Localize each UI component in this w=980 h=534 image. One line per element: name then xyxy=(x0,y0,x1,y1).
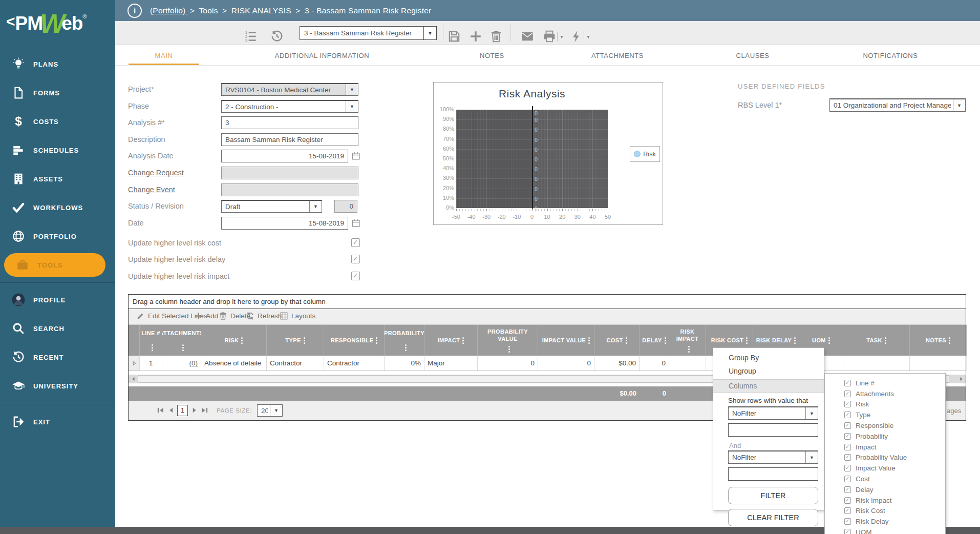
header-cell-delay[interactable]: DELAY xyxy=(640,325,669,356)
print-icon[interactable] xyxy=(543,30,556,43)
history-icon[interactable] xyxy=(270,30,284,43)
column-menu-icon[interactable] xyxy=(949,337,950,344)
header-cell-line[interactable]: LINE # xyxy=(140,325,162,356)
delete-icon[interactable] xyxy=(489,30,503,43)
column-checkbox[interactable] xyxy=(844,401,851,407)
chevron-down-icon[interactable]: ▼ xyxy=(805,451,818,463)
header-cell-task[interactable]: TASK xyxy=(843,325,910,356)
header-cell-probability[interactable]: PROBABILITY xyxy=(385,325,424,356)
actions-bolt-icon[interactable] xyxy=(570,30,583,43)
field-description-input[interactable]: Bassam Samman Risk Register xyxy=(221,133,358,146)
chevron-down-icon[interactable]: ▼ xyxy=(423,27,436,39)
info-icon[interactable]: i xyxy=(127,4,142,18)
current-page-box[interactable]: 1 xyxy=(177,405,188,416)
column-checkbox[interactable] xyxy=(844,433,851,440)
sidebar-item-tools[interactable]: TOOLS xyxy=(4,253,105,277)
header-cell-impact[interactable]: IMPACT xyxy=(424,325,478,356)
field-analysis-input[interactable]: 3 xyxy=(221,116,358,129)
columns-menu-item-risk[interactable]: Risk xyxy=(825,399,945,410)
scroll-left-icon[interactable] xyxy=(129,375,137,383)
header-cell-attachments[interactable]: ATTACHMENTS xyxy=(162,325,201,356)
scroll-right-icon[interactable] xyxy=(957,375,965,383)
menu-item-group-by[interactable]: Group By xyxy=(713,351,824,364)
column-checkbox[interactable] xyxy=(844,529,851,534)
field-change-request-input[interactable] xyxy=(221,167,358,179)
column-menu-icon[interactable] xyxy=(746,337,748,344)
sidebar-item-workflows[interactable]: WORKFLOWS xyxy=(0,196,115,219)
field-project-select[interactable]: RVS0104 - Boston Medical Center▼ xyxy=(221,83,358,96)
columns-menu-item-responsible[interactable]: Responsible xyxy=(825,420,945,431)
header-cell-risk-impact[interactable]: RISK IMPACT xyxy=(669,325,706,356)
sidebar-item-costs[interactable]: $COSTS xyxy=(0,110,115,133)
calendar-icon[interactable] xyxy=(351,218,360,228)
actions-chevron-icon[interactable]: ▼ xyxy=(584,32,592,42)
header-cell-notes[interactable]: NOTES xyxy=(910,325,967,356)
columns-menu-item-impact-value[interactable]: Impact Value xyxy=(825,463,945,474)
column-checkbox[interactable] xyxy=(844,380,851,386)
grid-toolbar-add-button[interactable]: Add xyxy=(194,312,218,320)
clear-filter-button[interactable]: CLEAR FILTER xyxy=(728,509,818,526)
sidebar-item-portfolio[interactable]: PORTFOLIO xyxy=(0,224,115,248)
tab-clauses[interactable]: CLAUSES xyxy=(736,52,770,59)
checkbox-update-higher-level-risk-delay[interactable] xyxy=(351,255,360,263)
grid-toolbar-layouts-button[interactable]: Layouts xyxy=(280,312,315,320)
header-cell-responsible[interactable]: RESPONSIBLE xyxy=(324,325,385,356)
field-revision-input[interactable]: 0 xyxy=(334,200,357,213)
column-menu-icon[interactable] xyxy=(588,337,590,344)
column-menu-icon[interactable] xyxy=(462,337,464,344)
menu-item-columns[interactable]: Columns xyxy=(713,379,824,393)
header-cell-cost[interactable]: COST xyxy=(594,325,640,356)
filter-value-1-input[interactable] xyxy=(728,423,818,437)
columns-menu-item-uom[interactable]: UOM xyxy=(825,527,945,534)
field-label-change-event[interactable]: Change Event xyxy=(128,186,230,194)
column-menu-icon[interactable] xyxy=(304,337,305,344)
column-checkbox[interactable] xyxy=(844,465,851,471)
column-menu-icon[interactable] xyxy=(376,337,377,344)
column-menu-icon[interactable] xyxy=(665,337,666,344)
sidebar-item-search[interactable]: SEARCH xyxy=(0,317,115,340)
menu-item-ungroup[interactable]: Ungroup xyxy=(713,364,824,378)
next-page-icon[interactable] xyxy=(190,406,199,415)
column-menu-icon[interactable] xyxy=(626,337,627,344)
sidebar-item-schedules[interactable]: SCHEDULES xyxy=(0,138,115,162)
column-menu-icon[interactable] xyxy=(688,346,690,353)
record-selector-dropdown[interactable]: 3 - Bassam Samman Risk Register ▼ xyxy=(300,26,437,40)
column-menu-icon[interactable] xyxy=(182,344,184,351)
field-phase-select[interactable]: 2 - Construction -▼ xyxy=(221,100,358,113)
columns-menu-item-type[interactable]: Type xyxy=(825,409,945,420)
column-checkbox[interactable] xyxy=(844,444,851,450)
column-checkbox[interactable] xyxy=(844,422,851,429)
prev-page-icon[interactable] xyxy=(167,406,176,415)
tab-notes[interactable]: NOTES xyxy=(480,52,504,59)
last-page-icon[interactable] xyxy=(201,406,209,415)
first-page-icon[interactable] xyxy=(157,406,165,415)
column-checkbox[interactable] xyxy=(844,454,851,461)
sidebar-item-exit[interactable]: EXIT xyxy=(0,410,115,434)
header-cell-type[interactable]: TYPE xyxy=(267,325,324,356)
cell-attachments[interactable]: (0) xyxy=(162,356,201,371)
columns-menu-item-line[interactable]: Line # xyxy=(825,378,945,388)
columns-menu-item-risk-cost[interactable]: Risk Cost xyxy=(825,506,945,517)
row-expand-icon[interactable] xyxy=(129,356,140,371)
sidebar-item-university[interactable]: UNIVERSITY xyxy=(0,374,115,398)
chevron-down-icon[interactable]: ▼ xyxy=(805,407,818,419)
column-checkbox[interactable] xyxy=(844,486,851,493)
chevron-down-icon[interactable]: ▼ xyxy=(309,201,322,212)
columns-menu-item-delay[interactable]: Delay xyxy=(825,484,945,495)
columns-menu-item-risk-impact[interactable]: Risk Impact xyxy=(825,495,945,506)
tab-attachments[interactable]: ATTACHMENTS xyxy=(591,52,644,59)
sidebar-item-forms[interactable]: FORMS xyxy=(0,81,115,105)
sidebar-item-plans[interactable]: PLANS xyxy=(0,52,115,76)
column-menu-icon[interactable] xyxy=(152,344,153,351)
column-menu-icon[interactable] xyxy=(828,337,830,344)
tab-additional-information[interactable]: ADDITIONAL INFORMATION xyxy=(275,52,369,59)
checkbox-update-higher-level-risk-cost[interactable] xyxy=(351,238,360,247)
field-label-change-request[interactable]: Change Request xyxy=(128,169,230,177)
tab-main[interactable]: MAIN xyxy=(155,52,173,59)
column-checkbox[interactable] xyxy=(844,412,851,418)
field-date-input[interactable]: 15-08-2019 xyxy=(221,217,348,230)
header-cell-probability-value[interactable]: PROBABILITY VALUE xyxy=(478,325,538,356)
header-cell-impact-value[interactable]: IMPACT VALUE xyxy=(538,325,594,356)
filter-button[interactable]: FILTER xyxy=(728,487,818,504)
breadcrumb-segment[interactable]: (Portfolio) xyxy=(150,6,188,15)
